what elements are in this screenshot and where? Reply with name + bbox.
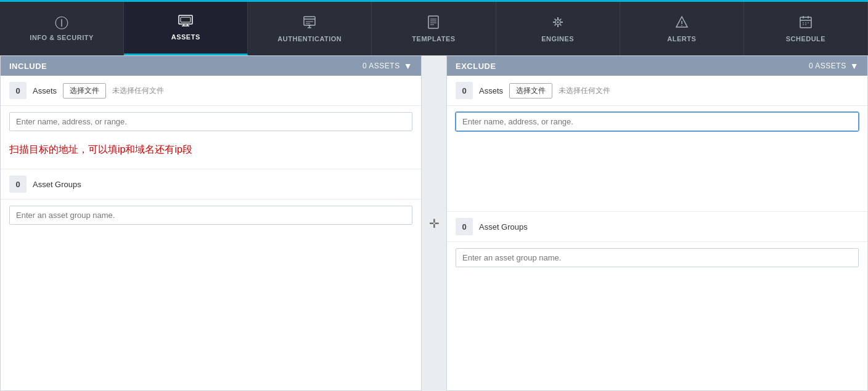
- nav-item-alerts[interactable]: ALERTS: [620, 2, 744, 55]
- include-annotation: 扫描目标的地址，可以填ip和域名还有ip段: [1, 137, 421, 169]
- exclude-assets-count-badge: 0: [456, 82, 473, 99]
- exclude-panel: EXCLUDE 0 assets ▼ 0 Assets 选择文件 未选择任何文件…: [446, 55, 868, 391]
- svg-point-18: [557, 21, 559, 23]
- panel-divider[interactable]: ✛: [422, 55, 446, 391]
- authentication-icon: [303, 15, 316, 31]
- exclude-assets-count: 0 assets: [809, 62, 846, 70]
- exclude-file-hint: 未选择任何文件: [559, 86, 610, 96]
- svg-line-25: [560, 18, 561, 20]
- nav-label-templates: TEMPLATES: [412, 35, 455, 42]
- exclude-header-right: 0 assets ▼: [809, 61, 859, 71]
- include-groups-count-badge: 0: [9, 175, 27, 193]
- include-panel: INCLUDE 0 assets ▼ 0 Assets 选择文件 未选择任何文件…: [0, 55, 422, 391]
- exclude-groups-label: Asset Groups: [479, 222, 528, 232]
- exclude-asset-groups-row: 0 Asset Groups: [447, 211, 867, 242]
- nav-label-authentication: AUTHENTICATION: [277, 35, 342, 42]
- exclude-panel-body: 0 Assets 选择文件 未选择任何文件 0 Asset Groups: [447, 76, 867, 322]
- svg-line-23: [554, 18, 555, 20]
- include-address-input-area: [1, 106, 421, 137]
- engines-icon: [551, 15, 565, 31]
- nav-item-engines[interactable]: ENGINES: [496, 2, 620, 55]
- include-choose-file-button[interactable]: 选择文件: [63, 83, 106, 99]
- nav-label-assets: ASSETS: [171, 33, 200, 41]
- nav-label-schedule: SCHEDULE: [786, 35, 826, 42]
- nav-label-alerts: ALERTS: [667, 35, 696, 42]
- exclude-chevron-icon[interactable]: ▼: [850, 61, 859, 71]
- include-assets-count-badge: 0: [9, 82, 27, 99]
- exclude-address-input-area: [447, 106, 867, 137]
- nav-item-authentication[interactable]: AUTHENTICATION: [248, 2, 372, 55]
- svg-rect-1: [181, 17, 190, 22]
- svg-line-26: [554, 24, 555, 25]
- include-header-right: 0 assets ▼: [362, 61, 412, 71]
- exclude-assets-row: 0 Assets 选择文件 未选择任何文件: [447, 76, 867, 106]
- svg-rect-12: [428, 16, 438, 28]
- include-address-input[interactable]: [9, 112, 412, 131]
- main-content: INCLUDE 0 assets ▼ 0 Assets 选择文件 未选择任何文件…: [0, 55, 868, 391]
- move-icon: ✛: [429, 216, 440, 231]
- include-groups-label: Asset Groups: [33, 180, 81, 189]
- alerts-icon: [675, 15, 689, 31]
- exclude-groups-count-badge: 0: [456, 218, 473, 235]
- schedule-icon: [799, 15, 813, 31]
- include-chevron-icon[interactable]: ▼: [404, 61, 412, 71]
- nav-item-info-security[interactable]: ⓘ INFO & SECURITY: [0, 2, 124, 55]
- include-assets-label: Assets: [33, 86, 57, 95]
- include-assets-count: 0 assets: [362, 62, 400, 70]
- nav-item-schedule[interactable]: SCHEDULE: [744, 2, 868, 55]
- include-group-input[interactable]: [9, 206, 412, 225]
- include-groups-input-area: [1, 200, 421, 231]
- assets-icon: [178, 15, 193, 30]
- nav-label-engines: ENGINES: [541, 35, 574, 42]
- svg-rect-5: [304, 17, 315, 25]
- exclude-title: EXCLUDE: [456, 62, 496, 71]
- svg-line-24: [560, 24, 561, 25]
- include-panel-body: 0 Assets 选择文件 未选择任何文件 扫描目标的地址，可以填ip和域名还有…: [1, 76, 421, 322]
- exclude-assets-label: Assets: [479, 86, 503, 95]
- svg-point-28: [681, 25, 682, 26]
- exclude-choose-file-button[interactable]: 选择文件: [509, 83, 552, 99]
- include-assets-row: 0 Assets 选择文件 未选择任何文件: [1, 76, 421, 106]
- exclude-panel-header: EXCLUDE 0 assets ▼: [447, 56, 867, 76]
- top-navigation: ⓘ INFO & SECURITY ASSETS: [0, 0, 868, 55]
- nav-item-assets[interactable]: ASSETS: [124, 2, 248, 55]
- exclude-groups-input-area: [447, 242, 867, 273]
- exclude-group-input[interactable]: [456, 248, 859, 267]
- include-asset-groups-row: 0 Asset Groups: [1, 169, 421, 200]
- info-security-icon: ⓘ: [55, 17, 69, 30]
- templates-icon: [427, 15, 440, 31]
- include-file-hint: 未选择任何文件: [112, 86, 164, 96]
- exclude-address-input[interactable]: [456, 112, 859, 131]
- nav-label-info-security: INFO & SECURITY: [30, 34, 93, 41]
- include-title: INCLUDE: [9, 62, 47, 71]
- include-panel-header: INCLUDE 0 assets ▼: [1, 56, 421, 76]
- nav-item-templates[interactable]: TEMPLATES: [372, 2, 496, 55]
